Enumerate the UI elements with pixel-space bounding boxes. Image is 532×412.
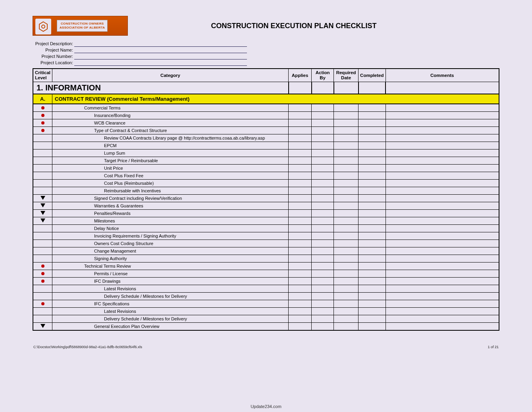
blank-cell[interactable]: [334, 232, 359, 240]
blank-cell[interactable]: [289, 112, 312, 119]
blank-cell[interactable]: [386, 225, 499, 232]
blank-cell[interactable]: [386, 119, 499, 127]
blank-cell[interactable]: [289, 195, 312, 202]
blank-cell[interactable]: [289, 315, 312, 323]
blank-cell[interactable]: [359, 127, 386, 134]
blank-cell[interactable]: [312, 255, 334, 263]
blank-cell[interactable]: [359, 247, 386, 255]
blank-cell[interactable]: [359, 300, 386, 308]
blank-cell[interactable]: [359, 308, 386, 315]
blank-cell[interactable]: [334, 270, 359, 278]
blank-cell[interactable]: [386, 232, 499, 240]
blank-cell[interactable]: [312, 210, 334, 217]
blank-cell[interactable]: [289, 293, 312, 300]
blank-cell[interactable]: [386, 263, 499, 270]
blank-cell[interactable]: [334, 127, 359, 134]
blank-cell[interactable]: [289, 247, 312, 255]
blank-cell[interactable]: [359, 293, 386, 300]
blank-cell[interactable]: [359, 195, 386, 202]
blank-cell[interactable]: [359, 142, 386, 149]
blank-cell[interactable]: [334, 172, 359, 180]
blank-cell[interactable]: [359, 278, 386, 285]
blank-cell[interactable]: [359, 232, 386, 240]
blank-cell[interactable]: [312, 232, 334, 240]
blank-cell[interactable]: [386, 247, 499, 255]
blank-cell[interactable]: [386, 323, 499, 331]
meta-input-line[interactable]: [74, 60, 247, 66]
blank-cell[interactable]: [312, 142, 334, 149]
blank-cell[interactable]: [386, 149, 499, 157]
blank-cell[interactable]: [289, 232, 312, 240]
blank-cell[interactable]: [334, 263, 359, 270]
blank-cell[interactable]: [312, 270, 334, 278]
blank-cell[interactable]: [334, 300, 359, 308]
blank-cell[interactable]: [289, 149, 312, 157]
blank-cell[interactable]: [289, 187, 312, 195]
blank-cell[interactable]: [312, 285, 334, 293]
blank-cell[interactable]: [386, 187, 499, 195]
blank-cell[interactable]: [334, 195, 359, 202]
blank-cell[interactable]: [359, 217, 386, 225]
blank-cell[interactable]: [334, 119, 359, 127]
blank-cell[interactable]: [312, 308, 334, 315]
blank-cell[interactable]: [289, 202, 312, 210]
blank-cell[interactable]: [359, 323, 386, 331]
blank-cell[interactable]: [359, 165, 386, 172]
blank-cell[interactable]: [334, 225, 359, 232]
blank-cell[interactable]: [386, 104, 499, 112]
blank-cell[interactable]: [289, 157, 312, 165]
blank-cell[interactable]: [312, 323, 334, 331]
blank-cell[interactable]: [334, 165, 359, 172]
blank-cell[interactable]: [359, 157, 386, 165]
blank-cell[interactable]: [386, 142, 499, 149]
blank-cell[interactable]: [359, 134, 386, 142]
blank-cell[interactable]: [312, 202, 334, 210]
blank-cell[interactable]: [386, 217, 499, 225]
blank-cell[interactable]: [334, 157, 359, 165]
blank-cell[interactable]: [312, 104, 334, 112]
blank-cell[interactable]: [334, 285, 359, 293]
blank-cell[interactable]: [289, 165, 312, 172]
blank-cell[interactable]: [289, 127, 312, 134]
blank-cell[interactable]: [386, 112, 499, 119]
blank-cell[interactable]: [334, 149, 359, 157]
blank-cell[interactable]: [359, 315, 386, 323]
blank-cell[interactable]: [386, 285, 499, 293]
blank-cell[interactable]: [359, 263, 386, 270]
blank-cell[interactable]: [334, 323, 359, 331]
blank-cell[interactable]: [334, 278, 359, 285]
blank-cell[interactable]: [312, 180, 334, 187]
blank-cell[interactable]: [312, 195, 334, 202]
blank-cell[interactable]: [334, 293, 359, 300]
blank-cell[interactable]: [334, 202, 359, 210]
blank-cell[interactable]: [386, 202, 499, 210]
blank-cell[interactable]: [386, 240, 499, 247]
blank-cell[interactable]: [289, 104, 312, 112]
blank-cell[interactable]: [289, 172, 312, 180]
blank-cell[interactable]: [312, 278, 334, 285]
blank-cell[interactable]: [289, 300, 312, 308]
blank-cell[interactable]: [359, 112, 386, 119]
blank-cell[interactable]: [359, 270, 386, 278]
blank-cell[interactable]: [386, 278, 499, 285]
blank-cell[interactable]: [289, 180, 312, 187]
blank-cell[interactable]: [334, 187, 359, 195]
blank-cell[interactable]: [312, 165, 334, 172]
blank-cell[interactable]: [334, 104, 359, 112]
blank-cell[interactable]: [312, 134, 334, 142]
blank-cell[interactable]: [289, 134, 312, 142]
blank-cell[interactable]: [359, 202, 386, 210]
blank-cell[interactable]: [386, 315, 499, 323]
blank-cell[interactable]: [359, 180, 386, 187]
blank-cell[interactable]: [386, 134, 499, 142]
blank-cell[interactable]: [359, 225, 386, 232]
blank-cell[interactable]: [359, 285, 386, 293]
blank-cell[interactable]: [359, 119, 386, 127]
blank-cell[interactable]: [386, 127, 499, 134]
blank-cell[interactable]: [289, 210, 312, 217]
blank-cell[interactable]: [334, 217, 359, 225]
blank-cell[interactable]: [334, 315, 359, 323]
blank-cell[interactable]: [312, 187, 334, 195]
blank-cell[interactable]: [312, 263, 334, 270]
blank-cell[interactable]: [359, 187, 386, 195]
